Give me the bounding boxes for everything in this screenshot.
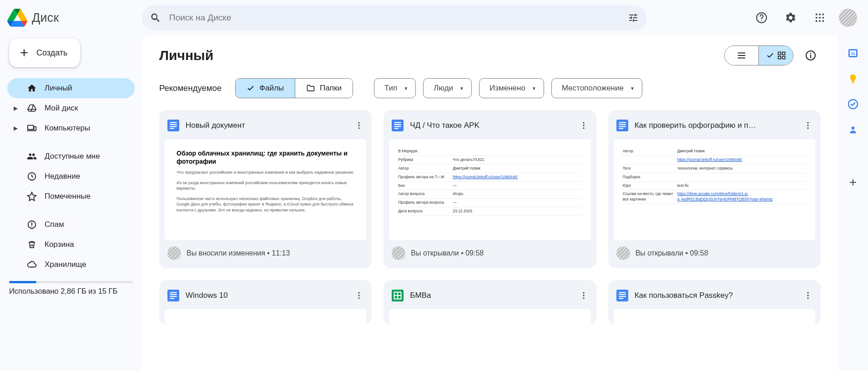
- folders-tab[interactable]: Папки: [295, 79, 353, 98]
- section-header: Личный: [159, 45, 821, 65]
- side-panel: 31 +: [838, 35, 868, 371]
- more-vert-icon: [803, 291, 812, 300]
- files-tab[interactable]: Файлы: [236, 79, 295, 98]
- svg-point-3: [819, 14, 821, 15]
- sidebar-item-label: Хранилище: [45, 260, 86, 269]
- sidebar-item-label: Доступные мне: [45, 152, 100, 161]
- svg-point-51: [358, 292, 360, 294]
- file-card[interactable]: БМВа: [384, 280, 596, 325]
- sidebar-item-shared[interactable]: Доступные мне: [7, 146, 135, 166]
- svg-rect-26: [170, 128, 174, 129]
- card-preview: [165, 309, 366, 325]
- sidebar-item-recent[interactable]: Недавние: [7, 166, 135, 186]
- account-avatar[interactable]: [839, 9, 857, 27]
- chevron-right-icon[interactable]: ▶: [12, 105, 19, 111]
- tasks-app-button[interactable]: [847, 98, 859, 110]
- file-card[interactable]: Новый документ Обзор облачных хранилищ: …: [159, 110, 372, 268]
- sidebar-item-storage[interactable]: Хранилище: [7, 255, 135, 275]
- new-button[interactable]: Создать: [9, 38, 80, 67]
- svg-rect-18: [778, 56, 781, 59]
- grid-icon: [777, 51, 786, 60]
- svg-point-44: [807, 125, 808, 126]
- page-title: Личный: [159, 48, 213, 63]
- devices-icon: [26, 123, 37, 134]
- chevron-right-icon[interactable]: ▶: [12, 125, 19, 131]
- calendar-app-button[interactable]: 31: [847, 47, 859, 59]
- card-menu-button[interactable]: [351, 117, 367, 134]
- search-bar[interactable]: [142, 5, 647, 30]
- preview-heading: Обзор облачных хранилищ: где хранить док…: [177, 149, 354, 165]
- sidebar-item-starred[interactable]: Помеченные: [7, 186, 135, 206]
- grid-view-button[interactable]: [759, 46, 793, 65]
- body: Создать Личный ▶ Мой диск ▶ Компьютеры Д…: [0, 35, 868, 371]
- help-button[interactable]: [752, 8, 772, 28]
- card-title: БМВа: [410, 291, 569, 300]
- card-meta: Вы открывали • 09:58: [411, 249, 484, 257]
- svg-point-64: [807, 292, 808, 294]
- card-menu-button[interactable]: [575, 117, 592, 134]
- list-view-button[interactable]: [725, 46, 759, 65]
- apps-button[interactable]: [810, 8, 830, 28]
- svg-point-28: [358, 125, 360, 126]
- svg-rect-31: [394, 122, 401, 123]
- top-bar: Диск: [0, 0, 868, 35]
- svg-point-1: [761, 20, 762, 21]
- trash-icon: [26, 239, 37, 250]
- search-input[interactable]: [161, 13, 628, 23]
- files-tab-label: Файлы: [259, 84, 284, 93]
- svg-rect-23: [170, 122, 177, 123]
- plus-icon: [18, 47, 30, 59]
- file-card[interactable]: ЧД / Что такое APK В МеркуриРубрикаЧто д…: [384, 110, 596, 268]
- svg-point-36: [583, 125, 584, 126]
- help-icon: [756, 12, 767, 24]
- folders-tab-label: Папки: [320, 84, 342, 93]
- svg-point-8: [816, 20, 818, 22]
- svg-point-5: [816, 17, 818, 19]
- gear-icon: [785, 12, 797, 24]
- folder-icon: [306, 84, 315, 93]
- card-menu-button[interactable]: [351, 287, 367, 304]
- sidebar-item-label: Помеченные: [45, 192, 91, 201]
- svg-rect-32: [394, 124, 401, 125]
- preview-text: Из-за ухода иностранных компаний российс…: [177, 180, 354, 191]
- search: [142, 5, 647, 30]
- file-card[interactable]: Как пользоваться Passkey?: [608, 280, 821, 325]
- card-title: Как пользоваться Passkey?: [635, 291, 793, 300]
- sidebar-item-spam[interactable]: Спам: [7, 215, 135, 235]
- svg-point-10: [822, 20, 824, 22]
- filter-type[interactable]: Тип▼: [374, 78, 416, 98]
- info-button[interactable]: [801, 45, 821, 65]
- chevron-down-icon: ▼: [404, 86, 408, 91]
- add-addon-button[interactable]: +: [847, 176, 859, 188]
- card-menu-button[interactable]: [800, 117, 816, 134]
- sidebar-item-label: Недавние: [45, 172, 80, 181]
- sidebar-item-trash[interactable]: Корзина: [7, 235, 135, 255]
- filter-location[interactable]: Местоположение▼: [551, 78, 642, 98]
- chevron-down-icon: ▼: [630, 86, 635, 91]
- logo[interactable]: Диск: [7, 9, 142, 27]
- more-vert-icon: [579, 121, 588, 130]
- recommended-label: Рекомендуемое: [159, 83, 222, 93]
- sidebar-item-computers[interactable]: ▶ Компьютеры: [7, 118, 135, 138]
- svg-point-6: [819, 17, 821, 19]
- contacts-app-button[interactable]: [847, 124, 859, 135]
- card-preview: АвторДмитрий Новикhttps://journal.tinkof…: [614, 139, 815, 240]
- info-icon: [805, 50, 816, 61]
- storage-usage-text: Использовано 2,86 ГБ из 15 ГБ: [7, 286, 135, 297]
- keep-app-button[interactable]: [847, 73, 859, 85]
- sidebar-item-home[interactable]: Личный: [7, 78, 135, 98]
- filter-modified[interactable]: Изменено▼: [479, 78, 544, 98]
- settings-button[interactable]: [781, 8, 801, 28]
- sheets-icon: [392, 290, 404, 301]
- card-menu-button[interactable]: [800, 287, 816, 304]
- card-avatar: [392, 246, 405, 260]
- main: Личный Рекомендуемое Файлы Папки Тип▼ Лю…: [142, 35, 838, 371]
- check-icon: [766, 51, 774, 60]
- sidebar-item-mydrive[interactable]: ▶ Мой диск: [7, 98, 135, 118]
- preview-sub: Что предлагают российские и иностранные …: [177, 169, 354, 175]
- file-card[interactable]: Windows 10: [159, 280, 372, 325]
- card-menu-button[interactable]: [575, 287, 592, 304]
- tune-icon[interactable]: [628, 12, 639, 23]
- filter-people[interactable]: Люди▼: [423, 78, 472, 98]
- file-card[interactable]: Как проверить орфографию и п… АвторДмитр…: [608, 110, 821, 268]
